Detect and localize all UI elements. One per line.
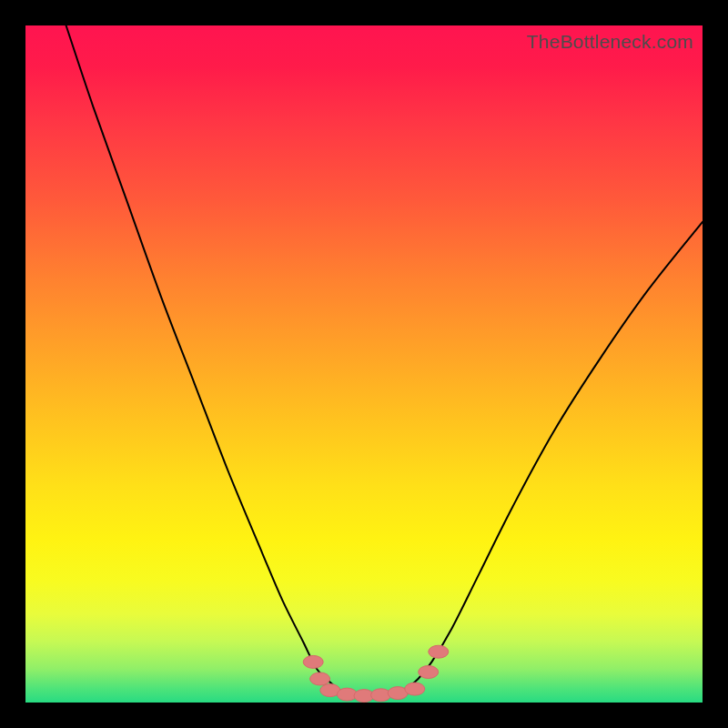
trough-marker bbox=[429, 645, 449, 658]
chart-svg bbox=[25, 25, 703, 703]
bottleneck-curve bbox=[66, 25, 703, 696]
trough-marker bbox=[303, 655, 323, 668]
trough-markers bbox=[303, 645, 449, 702]
trough-marker bbox=[419, 666, 439, 679]
trough-marker bbox=[405, 682, 425, 695]
outer-frame: TheBottleneck.com bbox=[0, 0, 728, 728]
trough-marker bbox=[310, 672, 330, 685]
plot-area: TheBottleneck.com bbox=[25, 25, 703, 703]
